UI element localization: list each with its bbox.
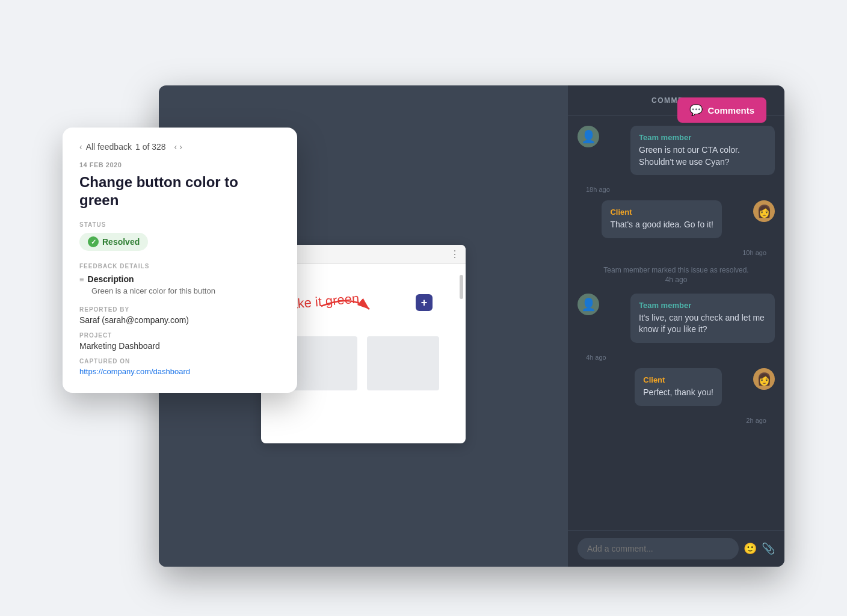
captured-on-value: https://company.com/dashboard (79, 367, 280, 376)
comments-list: 👤 Team member Green is not our CTA color… (568, 116, 784, 530)
feedback-details-label: FEEDBACK DETAILS (79, 263, 280, 270)
comment-author-4: Client (643, 375, 713, 384)
comments-panel: COMMENTS 👤 Team member Green is not our … (568, 85, 784, 567)
comment-input[interactable] (578, 538, 739, 559)
status-text: Resolved (102, 237, 140, 247)
captured-on-label: CAPTURED ON (79, 358, 280, 365)
team-avatar-1: 👤 (578, 126, 599, 147)
comment-text-4: Perfect, thank you! (643, 387, 713, 399)
status-badge: ✓ Resolved (79, 233, 148, 251)
comment-3-wrapper: 👤 Team member It's live, can you check a… (604, 294, 775, 343)
breadcrumb-prev[interactable]: ‹ (174, 142, 177, 152)
comment-time-3: 4h ago (578, 354, 775, 361)
comment-time-2: 10h ago (578, 249, 775, 256)
project-label: PROJECT (79, 332, 280, 339)
team-avatar-2: 👤 (578, 294, 599, 315)
comment-text-3: It's live, can you check and let me know… (639, 312, 766, 336)
speech-icon: 💬 (689, 103, 703, 117)
three-dot-menu[interactable]: ⋮ (450, 248, 460, 260)
comment-author-1: Team member (639, 133, 766, 142)
breadcrumb-back-chevron[interactable]: ‹ (79, 142, 82, 152)
client-avatar-1: 👩 (753, 200, 775, 222)
description-title: Description (88, 274, 134, 284)
comment-1-wrapper: 👤 Team member Green is not our CTA color… (604, 126, 775, 175)
breadcrumb-next[interactable]: › (179, 142, 182, 152)
description-row: ≡ Description Green is a nicer color for… (79, 274, 280, 297)
description-value: Green is a nicer color for this button (91, 286, 280, 297)
status-check-icon: ✓ (88, 236, 99, 247)
comment-4-wrapper: 👩 Client Perfect, thank you! (635, 368, 748, 406)
annotation-pin[interactable]: + (416, 294, 433, 311)
project-value: Marketing Dashboard (79, 341, 280, 351)
comment-bubble-1: Team member Green is not our CTA color. … (630, 126, 775, 175)
comments-button-label: Comments (707, 105, 754, 116)
breadcrumb-nav: ‹ All feedback 1 of 328 ‹ › (79, 142, 280, 152)
comment-text-1: Green is not our CTA color. Shouldn't we… (639, 144, 766, 168)
breadcrumb-counter: 1 of 328 (135, 142, 166, 152)
attachment-icon[interactable]: 📎 (762, 542, 775, 555)
comment-2-wrapper: 👩 Client That's a good idea. Go fo it! (602, 200, 748, 238)
comment-bubble-3: Team member It's live, can you check and… (630, 294, 775, 343)
comment-author-3: Team member (639, 301, 766, 310)
emoji-icon[interactable]: 🙂 (744, 542, 757, 555)
preview-placeholder-blocks (273, 336, 454, 390)
comment-bubble-2: Client That's a good idea. Go fo it! (602, 200, 722, 238)
status-section-label: STATUS (79, 221, 280, 228)
feedback-details-section: FEEDBACK DETAILS ≡ Description Green is … (79, 263, 280, 297)
comments-button[interactable]: 💬 Comments (677, 97, 766, 123)
comment-author-2: Client (610, 208, 713, 217)
breadcrumb-all-feedback[interactable]: All feedback (86, 142, 132, 152)
comment-text-2: That's a good idea. Go fo it! (610, 219, 713, 231)
comment-input-area: 🙂 📎 (568, 530, 784, 567)
comment-time-4: 2h ago (578, 417, 775, 424)
feedback-date: 14 FEB 2020 (79, 161, 280, 168)
reported-by-value: Saraf (sarah@company.com) (79, 315, 280, 325)
reported-by-label: REPORTED BY (79, 306, 280, 313)
system-message-1: Team member marked this issue as resolve… (578, 263, 775, 286)
feedback-card: ‹ All feedback 1 of 328 ‹ › 14 FEB 2020 … (63, 128, 297, 393)
preview-block-2 (367, 336, 439, 390)
feedback-title: Change button color to green (79, 173, 280, 209)
comment-bubble-4: Client Perfect, thank you! (635, 368, 722, 406)
client-avatar-2: 👩 (753, 368, 775, 390)
comment-time-1: 18h ago (578, 186, 775, 193)
description-icon: ≡ (79, 275, 84, 284)
